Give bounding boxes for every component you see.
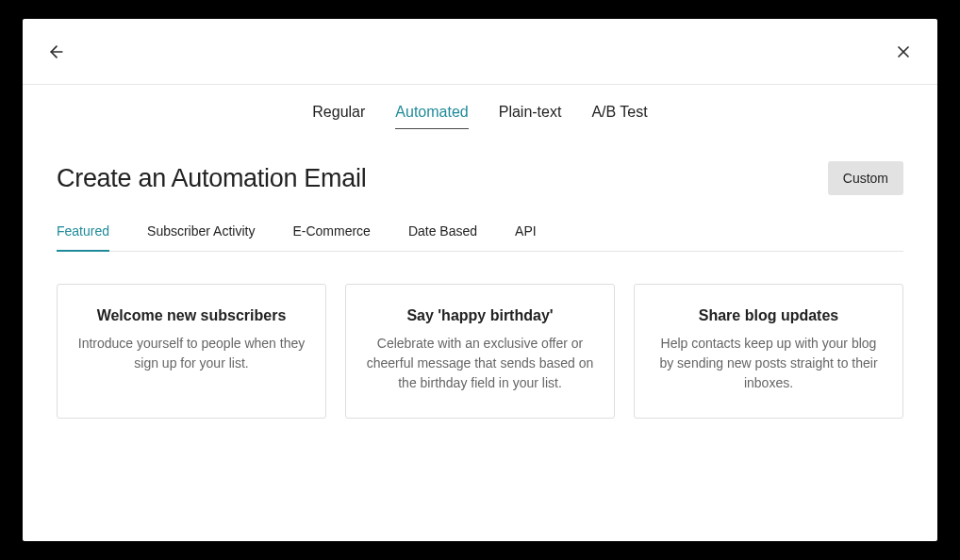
card-title: Say 'happy birthday' (365, 307, 595, 324)
card-description: Introduce yourself to people when they s… (76, 334, 306, 373)
sub-tabs: Featured Subscriber Activity E-Commerce … (57, 223, 903, 252)
subtab-date-based[interactable]: Date Based (408, 223, 477, 251)
back-button[interactable] (41, 37, 72, 67)
topbar (23, 19, 937, 85)
card-grid: Welcome new subscribers Introduce yourse… (57, 284, 903, 419)
tab-plain-text[interactable]: Plain-text (499, 104, 562, 129)
heading-row: Create an Automation Email Custom (57, 161, 903, 195)
card-description: Celebrate with an exclusive offer or che… (365, 334, 595, 393)
top-tabs: Regular Automated Plain-text A/B Test (23, 85, 937, 139)
tab-automated[interactable]: Automated (395, 104, 468, 129)
tab-regular[interactable]: Regular (312, 104, 365, 129)
custom-button[interactable]: Custom (828, 161, 903, 195)
subtab-ecommerce[interactable]: E-Commerce (292, 223, 370, 251)
close-button[interactable] (888, 37, 919, 67)
card-description: Help contacts keep up with your blog by … (654, 334, 884, 393)
subtab-subscriber-activity[interactable]: Subscriber Activity (147, 223, 255, 251)
page-title: Create an Automation Email (57, 164, 366, 193)
card-happy-birthday[interactable]: Say 'happy birthday' Celebrate with an e… (345, 284, 615, 419)
card-title: Share blog updates (654, 307, 884, 324)
arrow-left-icon (47, 42, 66, 61)
close-icon (894, 42, 913, 61)
content-area: Create an Automation Email Custom Featur… (23, 139, 937, 441)
card-welcome-subscribers[interactable]: Welcome new subscribers Introduce yourse… (57, 284, 326, 419)
subtab-featured[interactable]: Featured (57, 223, 109, 252)
card-title: Welcome new subscribers (76, 307, 306, 324)
subtab-api[interactable]: API (515, 223, 537, 251)
card-blog-updates[interactable]: Share blog updates Help contacts keep up… (634, 284, 903, 419)
modal-dialog: Regular Automated Plain-text A/B Test Cr… (23, 19, 937, 541)
tab-ab-test[interactable]: A/B Test (591, 104, 647, 129)
